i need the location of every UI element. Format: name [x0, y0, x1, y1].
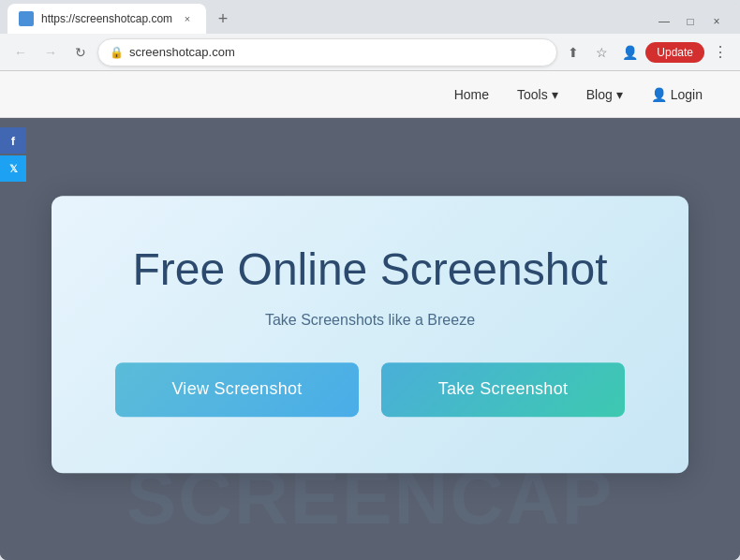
tab-bar: https://screenshotcap.com × + — □ × — [0, 0, 740, 34]
tab-favicon — [19, 11, 34, 26]
hero-title: Free Online Screenshot — [89, 243, 651, 297]
nav-blog[interactable]: Blog ▾ — [586, 87, 623, 102]
forward-button[interactable]: → — [37, 39, 64, 66]
bookmark-icon[interactable]: ☆ — [589, 40, 614, 65]
user-icon: 👤 — [651, 87, 667, 102]
nav-login[interactable]: 👤 Login — [651, 87, 703, 102]
nav-home[interactable]: Home — [454, 87, 489, 102]
address-actions: ⬆ ☆ 👤 Update ⋮ — [561, 40, 733, 65]
hero-buttons: View Screenshot Take Screenshot — [89, 362, 651, 417]
blog-dropdown-icon: ▾ — [616, 87, 623, 102]
website: Home Tools ▾ Blog ▾ 👤 Login f 𝕏 — [0, 71, 740, 560]
url-box[interactable]: 🔒 screenshotcap.com — [97, 38, 557, 66]
tools-dropdown-icon: ▾ — [552, 87, 558, 102]
twitter-button[interactable]: 𝕏 — [0, 155, 26, 182]
minimize-button[interactable]: — — [652, 13, 676, 30]
address-bar: ← → ↻ 🔒 screenshotcap.com ⬆ ☆ 👤 Update ⋮ — [0, 34, 740, 71]
facebook-button[interactable]: f — [0, 127, 26, 154]
share-icon[interactable]: ⬆ — [561, 40, 585, 65]
menu-button[interactable]: ⋮ — [708, 40, 733, 65]
site-nav: Home Tools ▾ Blog ▾ 👤 Login — [0, 71, 740, 118]
lock-icon: 🔒 — [110, 46, 124, 59]
update-button[interactable]: Update — [645, 42, 704, 63]
view-screenshot-button[interactable]: View Screenshot — [115, 362, 359, 417]
tab-close-button[interactable]: × — [180, 11, 195, 26]
take-screenshot-button[interactable]: Take Screenshot — [381, 362, 625, 417]
nav-tools[interactable]: Tools ▾ — [517, 87, 558, 102]
browser-tab[interactable]: https://screenshotcap.com × — [7, 4, 206, 34]
browser-content: Home Tools ▾ Blog ▾ 👤 Login f 𝕏 — [0, 71, 740, 560]
back-button[interactable]: ← — [7, 39, 34, 66]
profile-icon[interactable]: 👤 — [617, 40, 642, 65]
hero-card: Free Online Screenshot Take Screenshots … — [52, 196, 688, 473]
browser-window: https://screenshotcap.com × + — □ × ← → … — [0, 0, 740, 560]
tab-title: https://screenshotcap.com — [41, 12, 172, 25]
refresh-button[interactable]: ↻ — [67, 39, 94, 66]
close-button[interactable]: × — [704, 13, 729, 30]
maximize-button[interactable]: □ — [678, 13, 703, 30]
social-sidebar: f 𝕏 — [0, 127, 26, 182]
hero-subtitle: Take Screenshots like a Breeze — [89, 312, 651, 329]
url-text: screenshotcap.com — [129, 45, 545, 59]
new-tab-button[interactable]: + — [210, 6, 236, 32]
window-controls: — □ × — [652, 13, 733, 30]
